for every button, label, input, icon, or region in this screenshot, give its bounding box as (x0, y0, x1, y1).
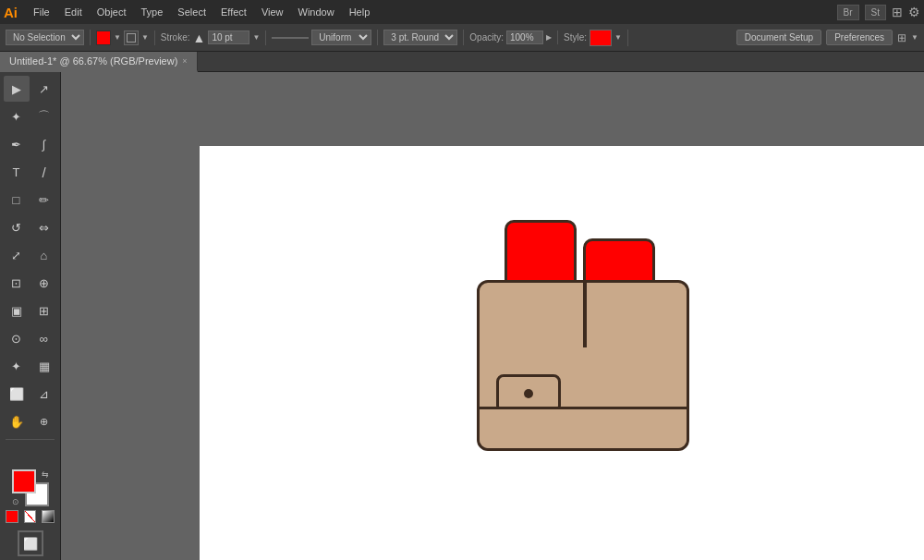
arrange-arrow[interactable]: ▼ (911, 33, 918, 42)
screen-mode-icon: ⬜ (23, 537, 38, 551)
style-arrow[interactable]: ▼ (614, 33, 622, 42)
wallet-clasp-dot (524, 389, 533, 398)
document-tab[interactable]: Untitled-1* @ 66.67% (RGB/Preview) × (0, 52, 198, 72)
bridge-btn[interactable]: Br (837, 5, 859, 20)
select-tool[interactable]: ▶ (4, 76, 30, 102)
reflect-tool[interactable]: ⇔ (31, 214, 57, 240)
screen-mode-button[interactable]: ⬜ (18, 530, 43, 556)
style-section: Style: ▼ (564, 30, 628, 46)
wallet-bottom (480, 407, 687, 448)
zoom-tool[interactable]: ⊕ (31, 408, 57, 434)
menu-effect[interactable]: Effect (214, 5, 253, 19)
slice-tool[interactable]: ⊿ (31, 381, 57, 407)
stroke-up-arrow[interactable]: ▲ (193, 30, 206, 45)
tab-bar: Untitled-1* @ 66.67% (RGB/Preview) × (0, 52, 924, 72)
stock-btn[interactable]: St (865, 5, 886, 20)
style-label: Style: (564, 32, 587, 43)
menu-select[interactable]: Select (171, 5, 213, 19)
stroke-units-arrow[interactable]: ▼ (252, 33, 260, 42)
opacity-input[interactable] (506, 30, 543, 44)
stroke-section: Stroke: ▲ ▼ (161, 30, 266, 45)
menu-help[interactable]: Help (343, 5, 377, 19)
scale-tool[interactable]: ⤢ (4, 242, 30, 268)
hand-tool[interactable]: ✋ (4, 408, 30, 434)
shape-builder-tool[interactable]: ⊕ (31, 270, 57, 296)
foreground-color-swatch[interactable] (12, 469, 36, 493)
lasso-tool[interactable]: ⌒ (31, 103, 57, 129)
stroke-width-input[interactable] (208, 30, 249, 44)
rectangle-tool[interactable]: □ (4, 187, 30, 213)
opacity-arrow[interactable]: ▶ (546, 33, 552, 42)
style-color-box[interactable] (590, 30, 612, 46)
menu-bar: Ai File Edit Object Type Select Effect V… (0, 0, 924, 24)
magic-wand-tool[interactable]: ✦ (4, 103, 30, 129)
fill-options-arrow[interactable]: ▼ (141, 33, 149, 42)
wallet-divider (583, 283, 587, 347)
symbol-sprayer-tool[interactable]: ✦ (4, 353, 30, 379)
selection-section: No Selection (6, 30, 91, 45)
document-setup-button[interactable]: Document Setup (736, 30, 822, 45)
menu-file[interactable]: File (27, 5, 56, 19)
no-fill-icon[interactable] (24, 510, 37, 523)
wallet-body (477, 280, 689, 451)
stroke-label: Stroke: (161, 32, 190, 43)
swatch-stack: ⇆ ⊙ (12, 469, 49, 506)
blend-tool[interactable]: ∞ (31, 325, 57, 351)
canvas-area[interactable] (61, 72, 924, 560)
paintbrush-tool[interactable]: ✏ (31, 187, 57, 213)
opacity-section: Opacity: ▶ (469, 30, 558, 44)
fill-section: ▼ ▼ (96, 30, 155, 45)
menu-type[interactable]: Type (135, 5, 170, 19)
stroke-round-select[interactable]: 3 pt. Round (383, 30, 457, 45)
wallet-illustration (477, 220, 699, 488)
rotate-tool[interactable]: ↺ (4, 214, 30, 240)
menu-view[interactable]: View (255, 5, 290, 19)
menu-window[interactable]: Window (292, 5, 341, 19)
pen-tool[interactable]: ✒ (4, 131, 30, 157)
toolbox: ▶ ↗ ✦ ⌒ ✒ ∫ T / □ ✏ ↺ ⇔ ⤢ ⌂ ⊡ ⊕ (0, 72, 61, 560)
tab-close-button[interactable]: × (182, 56, 187, 66)
stroke-cap-section: 3 pt. Round (383, 30, 464, 45)
opacity-label: Opacity: (469, 32, 504, 43)
color-fill-icon[interactable] (6, 510, 18, 523)
gradient-fill-icon[interactable] (42, 510, 55, 523)
stroke-type-select[interactable]: Uniform (311, 30, 371, 45)
color-swatches: ⇆ ⊙ (2, 466, 58, 527)
stroke-style-section: Uniform (272, 30, 378, 45)
stroke-line-preview (272, 37, 309, 39)
fill-type-row (6, 510, 55, 523)
reset-colors-icon[interactable]: ⊙ (12, 497, 19, 506)
control-toolbar: No Selection ▼ ▼ Stroke: ▲ ▼ Uniform 3 p… (0, 24, 924, 52)
gradient-tool[interactable]: ▣ (4, 298, 30, 323)
swap-colors-icon[interactable]: ⇆ (42, 469, 49, 479)
fill-color-box[interactable] (96, 30, 111, 45)
tab-title: Untitled-1* @ 66.67% (RGB/Preview) (9, 55, 177, 67)
artboard (200, 146, 924, 560)
toolbox-divider (6, 439, 55, 440)
line-tool[interactable]: / (31, 159, 57, 185)
menu-edit[interactable]: Edit (58, 5, 89, 19)
workspace-icon[interactable]: ⊞ (892, 5, 903, 19)
direct-select-tool[interactable]: ↗ (31, 76, 57, 102)
column-graph-tool[interactable]: ▦ (31, 353, 57, 379)
curvature-tool[interactable]: ∫ (31, 131, 57, 157)
fill-dropdown-arrow[interactable]: ▼ (114, 33, 121, 42)
menu-object[interactable]: Object (91, 5, 133, 19)
fill-options-box[interactable] (124, 30, 139, 45)
sync-icon[interactable]: ⚙ (908, 5, 920, 19)
eyedropper-tool[interactable]: ⊙ (4, 325, 30, 351)
main-area: ▶ ↗ ✦ ⌒ ✒ ∫ T / □ ✏ ↺ ⇔ ⤢ ⌂ ⊡ ⊕ (0, 72, 924, 560)
artboard-tool[interactable]: ⬜ (4, 381, 30, 407)
preferences-button[interactable]: Preferences (826, 30, 893, 45)
warp-tool[interactable]: ⌂ (31, 242, 57, 268)
type-tool[interactable]: T (4, 159, 30, 185)
arrange-icon[interactable]: ⊞ (897, 31, 906, 44)
selection-dropdown[interactable]: No Selection (6, 30, 84, 45)
free-transform-tool[interactable]: ⊡ (4, 270, 30, 296)
app-logo: Ai (4, 5, 18, 20)
mesh-tool[interactable]: ⊞ (31, 298, 57, 323)
